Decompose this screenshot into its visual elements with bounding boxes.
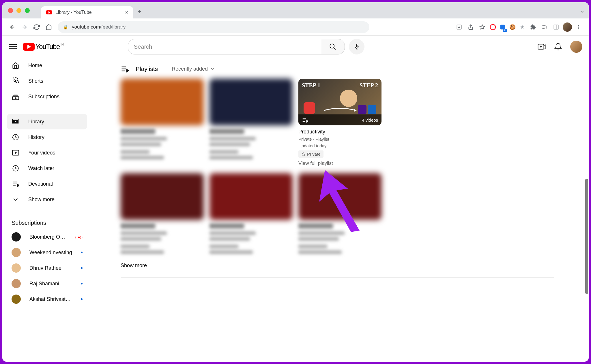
playlist-card[interactable] bbox=[121, 79, 204, 166]
sidebar-item-label: Devotional bbox=[28, 181, 53, 187]
svg-rect-12 bbox=[302, 154, 304, 156]
youtube-wordmark: YouTube bbox=[35, 43, 60, 51]
lock-icon: 🔒 bbox=[63, 24, 68, 30]
new-content-dot bbox=[81, 283, 83, 284]
sidebar-item-home[interactable]: Home bbox=[7, 58, 87, 73]
svg-point-6 bbox=[578, 28, 579, 29]
extension-cookie-icon[interactable]: 🍪 bbox=[508, 23, 517, 31]
extension-blue-icon[interactable]: 9+ bbox=[499, 23, 507, 31]
sidebar-item-devotional[interactable]: Devotional bbox=[7, 176, 87, 192]
subscription-item[interactable]: Akshat Shrivasta... bbox=[7, 291, 87, 307]
browser-titlebar: Library - YouTube × + ⌄ bbox=[2, 2, 589, 18]
youtube-logo[interactable]: YouTube IN bbox=[23, 43, 64, 51]
sort-dropdown[interactable]: Recently added bbox=[172, 66, 215, 72]
home-icon bbox=[12, 61, 20, 69]
subscriptions-heading: Subscriptions bbox=[7, 217, 87, 229]
extensions-button[interactable] bbox=[528, 22, 538, 32]
extension-opera-icon[interactable] bbox=[489, 23, 497, 31]
playlist-updated: Updated today bbox=[298, 143, 381, 148]
playlist-thumbnail[interactable] bbox=[121, 173, 204, 220]
sidebar-item-label: Subscriptions bbox=[28, 94, 59, 100]
close-window-button[interactable] bbox=[8, 8, 13, 13]
new-tab-button[interactable]: + bbox=[137, 7, 141, 16]
playlist-card[interactable] bbox=[210, 79, 293, 166]
sidebar-item-your-videos[interactable]: Your videos bbox=[7, 145, 87, 161]
browser-profile-avatar[interactable] bbox=[563, 22, 572, 32]
sidebar-item-label: Watch later bbox=[28, 165, 54, 171]
playlist-thumbnail[interactable]: STEP 1 STEP 2 4 videos bbox=[298, 79, 381, 125]
chevron-down-icon bbox=[12, 195, 20, 203]
view-full-playlist-link[interactable]: View full playlist bbox=[298, 161, 381, 166]
extension-gray-icon[interactable] bbox=[518, 23, 526, 31]
sidebar-item-shorts[interactable]: Shorts bbox=[7, 73, 87, 89]
channel-avatar bbox=[12, 248, 21, 257]
sidebar-item-history[interactable]: History bbox=[7, 129, 87, 145]
back-button[interactable] bbox=[8, 22, 17, 32]
install-button[interactable] bbox=[454, 22, 464, 32]
sidebar-item-label: Home bbox=[28, 63, 42, 69]
minimize-window-button[interactable] bbox=[16, 8, 21, 13]
playlist-card[interactable]: STEP 1 STEP 2 4 videos Productivity Priv… bbox=[298, 79, 381, 166]
home-button[interactable] bbox=[44, 22, 54, 32]
forward-button[interactable] bbox=[20, 22, 29, 32]
playlist-title[interactable]: Productivity bbox=[298, 129, 381, 135]
playlist-thumbnail[interactable] bbox=[298, 173, 381, 220]
voice-search-button[interactable] bbox=[349, 39, 364, 54]
playlist-thumbnail[interactable] bbox=[121, 79, 204, 125]
create-button[interactable] bbox=[537, 42, 546, 51]
window-controls bbox=[8, 8, 30, 13]
subscription-item[interactable]: Dhruv Rathee bbox=[7, 260, 87, 276]
channel-name: Akshat Shrivasta... bbox=[29, 296, 72, 302]
playlist-card[interactable] bbox=[121, 173, 204, 254]
tabs-menu-button[interactable]: ⌄ bbox=[579, 7, 585, 14]
notifications-button[interactable] bbox=[554, 43, 562, 51]
channel-avatar bbox=[12, 295, 21, 304]
tab-title: Library - YouTube bbox=[55, 10, 121, 15]
search-input[interactable]: Search bbox=[128, 39, 321, 54]
playlist-icon bbox=[121, 65, 129, 73]
channel-avatar bbox=[12, 279, 21, 288]
channel-avatar bbox=[12, 263, 21, 273]
shorts-icon bbox=[12, 77, 20, 85]
subscription-item[interactable]: Bloomberg Origi...((●)) bbox=[7, 229, 87, 245]
bookmark-button[interactable] bbox=[477, 22, 487, 32]
sidebar-item-subscriptions[interactable]: Subscriptions bbox=[7, 89, 87, 104]
playlist-card[interactable] bbox=[298, 173, 381, 254]
playlist-thumbnail[interactable] bbox=[210, 79, 293, 125]
sidebar-item-watch-later[interactable]: Watch later bbox=[7, 161, 87, 176]
browser-toolbar: 🔒 youtube.com/feed/library 9+ 🍪 bbox=[2, 18, 589, 36]
playlist-thumbnail[interactable] bbox=[210, 173, 293, 220]
address-bar[interactable]: 🔒 youtube.com/feed/library bbox=[58, 21, 369, 33]
new-content-dot bbox=[81, 267, 83, 269]
browser-tab[interactable]: Library - YouTube × bbox=[41, 6, 133, 18]
sidebar-item-show-more[interactable]: Show more bbox=[7, 192, 87, 207]
subscription-item[interactable]: WeekendInvesting bbox=[7, 245, 87, 260]
account-avatar[interactable] bbox=[570, 41, 582, 53]
sidebar-item-library[interactable]: Library bbox=[7, 114, 87, 129]
subscription-item[interactable]: Raj Shamani bbox=[7, 276, 87, 291]
sidepanel-button[interactable] bbox=[551, 22, 561, 32]
live-icon: ((●)) bbox=[75, 235, 83, 239]
channel-name: WeekendInvesting bbox=[29, 250, 72, 256]
playlist-card[interactable] bbox=[210, 173, 293, 254]
sidebar-item-label: History bbox=[28, 134, 44, 140]
share-button[interactable] bbox=[466, 22, 476, 32]
sidebar-item-label: Show more bbox=[28, 197, 55, 203]
show-more-button[interactable]: Show more bbox=[121, 263, 554, 269]
close-tab-button[interactable]: × bbox=[125, 10, 128, 16]
watch-later-icon bbox=[12, 164, 20, 172]
section-title: Playlists bbox=[136, 65, 158, 72]
youtube-header: YouTube IN Search bbox=[2, 36, 589, 58]
youtube-play-icon bbox=[23, 43, 35, 51]
scrollbar[interactable] bbox=[585, 179, 588, 294]
maximize-window-button[interactable] bbox=[25, 8, 30, 13]
youtube-favicon bbox=[46, 10, 52, 14]
reload-button[interactable] bbox=[32, 22, 42, 32]
media-button[interactable] bbox=[540, 22, 549, 32]
video-count: 4 videos bbox=[362, 118, 378, 122]
search-button[interactable] bbox=[321, 39, 345, 54]
sidebar-item-label: Shorts bbox=[28, 78, 43, 84]
guide-menu-button[interactable] bbox=[9, 43, 17, 50]
new-content-dot bbox=[81, 252, 83, 253]
browser-menu-button[interactable] bbox=[574, 22, 583, 32]
